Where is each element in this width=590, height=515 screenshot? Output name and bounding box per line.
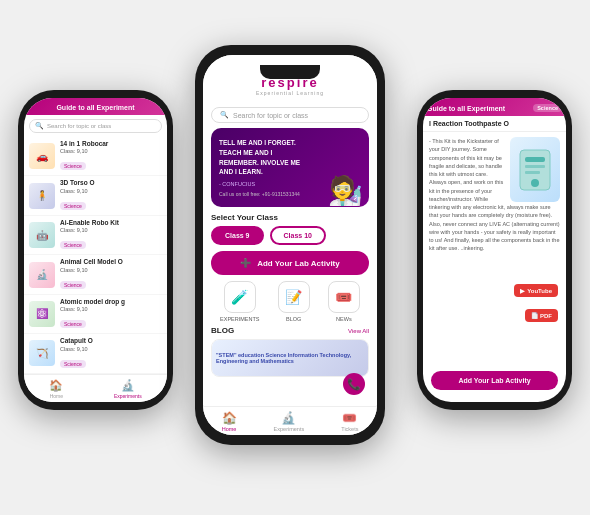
item-class: Class: 9,10 [60,267,162,273]
item-class: Class: 9,10 [60,306,162,312]
right-content: - This Kit is the Kickstarter of your DI… [423,132,566,302]
item-class: Class: 9,10 [60,148,162,154]
item-class: Class: 9,10 [60,188,162,194]
item-info: Catapult O Class: 9,10 Science [60,337,162,369]
class-9-button[interactable]: Class 9 [211,226,264,245]
plus-icon: ➕ [240,258,251,268]
experiments-icon: 🔬 [121,379,135,392]
class-buttons: Class 9 Class 10 [211,226,369,245]
float-call-button[interactable]: 📞 [343,373,365,395]
item-name: 3D Torso O [60,179,162,187]
left-phone: Guide to all Experiment 🔍 Search for top… [18,90,173,410]
news-icon-box: 🎟️ [328,281,360,313]
home-icon: 🏠 [222,411,237,425]
item-info: Atomic model drop g Class: 9,10 Science [60,298,162,330]
nav-experiments[interactable]: 🔬 Experiments [274,411,305,432]
item-info: Ai-Enable Robo Kit Class: 9,10 Science [60,219,162,251]
right-screen: Guide to all Experiment Science l Reacti… [423,98,566,402]
item-info: 3D Torso O Class: 9,10 Science [60,179,162,211]
youtube-button[interactable]: ▶ YouTube [514,284,558,297]
blog-card[interactable]: "STEM" education Science Information Tec… [211,339,369,377]
svg-rect-2 [525,165,545,168]
class-10-button[interactable]: Class 10 [270,226,326,245]
play-icon: ▶ [520,287,525,294]
left-header-title: Guide to all Experiment [56,104,134,111]
list-item[interactable]: 🤖 Ai-Enable Robo Kit Class: 9,10 Science [24,216,167,255]
center-bottom-nav: 🏠 Home 🔬 Experiments 🎟️ Tickets [203,406,377,435]
item-image: 🚗 [29,143,55,169]
experiments-label: EXPERIMENTS [220,316,259,322]
blog-icon-item[interactable]: 📝 BLOG [278,281,310,322]
item-info: Animal Cell Model O Class: 9,10 Science [60,258,162,290]
left-screen: Guide to all Experiment 🔍 Search for top… [24,98,167,402]
product-title: l Reaction Toothpaste O [423,116,566,132]
list-item[interactable]: 🚗 14 in 1 Robocar Class: 9,10 Science [24,137,167,176]
svg-rect-1 [525,157,545,162]
item-info: 14 in 1 Robocar Class: 9,10 Science [60,140,162,172]
nav-experiments[interactable]: 🔬 Experiments [114,379,142,399]
phone-notch [260,65,320,79]
list-item[interactable]: 🔬 Animal Cell Model O Class: 9,10 Scienc… [24,255,167,294]
item-image: 🏹 [29,340,55,366]
search-icon: 🔍 [220,111,229,119]
item-image: 🔬 [29,262,55,288]
item-tag: Science [60,162,86,170]
center-phone: respire Experiential Learning 🔍 Search f… [195,45,385,445]
blog-header: BLOG View All [211,326,369,335]
search-icon: 🔍 [35,122,44,130]
blog-title: BLOG [211,326,234,335]
tickets-icon: 🎟️ [342,411,357,425]
item-tag: Science [60,241,86,249]
banner: TELL ME AND I FORGET. TEACH ME AND I REM… [211,128,369,207]
left-header: Guide to all Experiment [24,98,167,115]
experiments-icon: 🔬 [281,411,296,425]
nav-tickets-label: Tickets [341,426,358,432]
news-icon-item[interactable]: 🎟️ NEWs [328,281,360,322]
blog-label: BLOG [286,316,301,322]
bottom-nav: 🏠 Home 🔬 Experiments [24,374,167,402]
list-item[interactable]: 🏹 Catapult O Class: 9,10 Science [24,334,167,373]
blog-card-image: "STEM" education Science Information Tec… [212,340,368,376]
right-header-title: Guide to all Experiment [427,105,505,112]
blog-view-all[interactable]: View All [348,328,369,334]
nav-home-label: Home [50,393,63,399]
banner-figure: 🧑‍🔬 [328,174,363,207]
experiments-icon-item[interactable]: 🧪 EXPERIMENTS [220,281,259,322]
item-tag: Science [60,281,86,289]
news-label: NEWs [336,316,352,322]
nav-experiments-label: Experiments [114,393,142,399]
app-tagline: Experiential Learning [213,90,367,96]
blog-icon-box: 📝 [278,281,310,313]
right-add-lab-label: Add Your Lab Activity [458,377,530,384]
select-class-label: Select Your Class [211,213,369,222]
pdf-button[interactable]: 📄 PDF [525,309,558,322]
home-icon: 🏠 [49,379,63,392]
nav-home[interactable]: 🏠 Home [49,379,63,399]
right-phone: Guide to all Experiment Science l Reacti… [417,90,572,410]
center-search-bar[interactable]: 🔍 Search for topic or class [211,107,369,123]
list-item[interactable]: 🧍 3D Torso O Class: 9,10 Science [24,176,167,215]
pdf-icon: 📄 PDF [531,313,552,319]
nav-home[interactable]: 🏠 Home [222,411,237,432]
icon-row: 🧪 EXPERIMENTS 📝 BLOG 🎟️ NEWs [211,281,369,322]
product-image [510,137,560,202]
item-image: ⚛️ [29,301,55,327]
list-item[interactable]: ⚛️ Atomic model drop g Class: 9,10 Scien… [24,295,167,334]
right-header-tag: Science [533,104,562,112]
add-lab-activity-button[interactable]: ➕ Add Your Lab Activity [211,251,369,275]
svg-point-4 [531,179,539,187]
left-search-bar[interactable]: 🔍 Search for topic or class [29,119,162,133]
nav-tickets[interactable]: 🎟️ Tickets [341,411,358,432]
item-name: Atomic model drop g [60,298,162,306]
right-add-lab-button[interactable]: Add Your Lab Activity [431,371,558,390]
right-header: Guide to all Experiment Science [423,98,566,116]
blog-stem-text: "STEM" education Science Information Tec… [212,350,368,366]
item-image: 🧍 [29,183,55,209]
nav-experiments-label: Experiments [274,426,305,432]
add-lab-label: Add Your Lab Activity [257,259,340,268]
center-search-placeholder: Search for topic or class [233,112,308,119]
center-screen: respire Experiential Learning 🔍 Search f… [203,55,377,435]
item-tag: Science [60,202,86,210]
banner-quote: TELL ME AND I FORGET. TEACH ME AND I REM… [219,138,311,177]
item-tag: Science [60,320,86,328]
